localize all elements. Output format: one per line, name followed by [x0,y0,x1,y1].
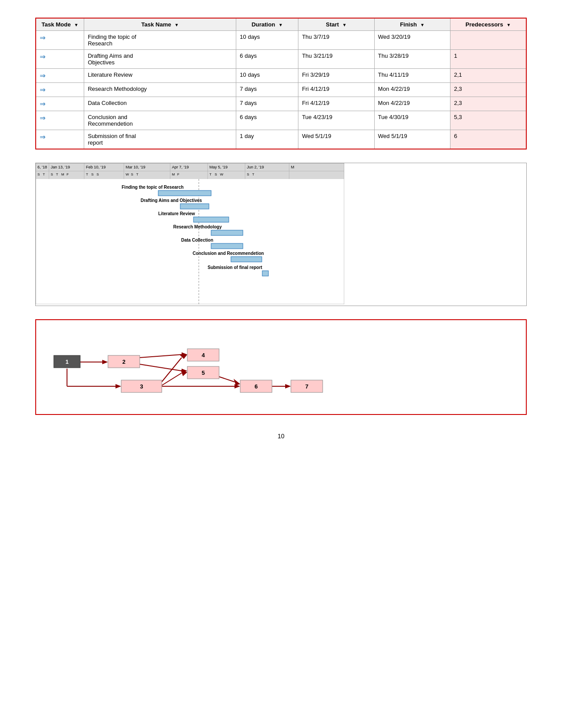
task-finish-cell: Tue 4/30/19 [374,111,450,130]
svg-text:Submission of final report: Submission of final report [208,265,263,270]
svg-text:S: S [37,172,40,176]
task-start-cell: Fri 4/12/19 [298,83,374,97]
task-duration-cell: 6 days [236,111,298,130]
task-predecessors-cell [450,31,527,50]
task-name-cell: Data Collection [84,97,236,111]
network-svg: 1 2 3 4 5 6 7 [45,329,362,404]
task-mode-icon: ⇒ [40,133,45,141]
svg-rect-48 [231,257,262,262]
th-predecessors: Predecessors ▼ [450,18,527,31]
task-finish-cell: Thu 3/28/19 [374,50,450,69]
svg-text:T: T [43,172,45,176]
svg-text:S: S [51,172,53,176]
task-predecessors-cell: 1 [450,50,527,69]
table-row: ⇒Finding the topic of Research10 daysThu… [36,31,526,50]
svg-rect-38 [158,190,211,196]
task-predecessors-cell: 2,3 [450,97,527,111]
task-finish-cell: Wed 3/20/19 [374,31,450,50]
svg-marker-53 [102,360,108,364]
task-duration-cell: 10 days [236,31,298,50]
table-row: ⇒Submission of final report1 dayWed 5/1/… [36,130,526,149]
svg-text:Research Methodology: Research Methodology [173,224,222,229]
svg-text:T: T [136,172,138,176]
task-name-cell: Research Methodology [84,83,236,97]
svg-text:Conclusion and Recommendetion: Conclusion and Recommendetion [193,251,264,256]
th-start: Start ▼ [298,18,374,31]
table-row: ⇒Literature Review10 daysFri 3/29/19Thu … [36,69,526,83]
task-duration-cell: 10 days [236,69,298,83]
svg-text:4: 4 [201,352,205,358]
svg-rect-42 [194,217,229,222]
task-start-cell: Fri 3/29/19 [298,69,374,83]
svg-text:Jun 2, '19: Jun 2, '19 [247,165,264,169]
table-row: ⇒Drafting Aims and Objectives6 daysThu 3… [36,50,526,69]
svg-text:7: 7 [305,383,308,390]
task-start-cell: Thu 3/21/19 [298,50,374,69]
svg-text:May 5, '19: May 5, '19 [209,165,227,169]
task-name-cell: Submission of final report [84,130,236,149]
svg-text:F: F [67,172,69,176]
task-predecessors-cell: 6 [450,130,527,149]
task-name-cell: Finding the topic of Research [84,31,236,50]
task-duration-cell: 7 days [236,97,298,111]
name-dropdown-arrow[interactable]: ▼ [175,22,179,27]
task-start-cell: Tue 4/23/19 [298,111,374,130]
th-duration: Duration ▼ [236,18,298,31]
svg-text:2: 2 [122,358,125,365]
svg-text:T: T [86,172,88,176]
svg-text:S: S [247,172,249,176]
svg-marker-70 [115,384,121,388]
svg-text:M: M [172,172,175,176]
table-row: ⇒Data Collection7 daysFri 4/12/19Mon 4/2… [36,97,526,111]
svg-rect-44 [211,230,243,235]
svg-text:T: T [209,172,212,176]
svg-text:M: M [291,165,294,169]
task-table: Task Mode ▼ Task Name ▼ Duration ▼ Start… [35,18,527,149]
svg-text:T: T [252,172,254,176]
th-name: Task Name ▼ [84,18,236,31]
finish-dropdown-arrow[interactable]: ▼ [420,22,424,27]
mode-dropdown-arrow[interactable]: ▼ [74,22,78,27]
task-name-cell: Conclusion and Recommendetion [84,111,236,130]
svg-text:5: 5 [201,370,205,376]
svg-line-58 [162,358,182,382]
svg-rect-40 [180,204,209,209]
task-start-cell: Wed 5/1/19 [298,130,374,149]
svg-text:M: M [61,172,64,176]
th-mode: Task Mode ▼ [36,18,84,31]
svg-text:S: S [215,172,217,176]
task-mode-icon: ⇒ [40,53,45,60]
svg-text:W: W [126,172,129,176]
start-dropdown-arrow[interactable]: ▼ [342,22,347,27]
task-name-cell: Drafting Aims and Objectives [84,50,236,69]
task-table-section: Task Mode ▼ Task Name ▼ Duration ▼ Start… [35,18,527,149]
task-mode-cell: ⇒ [36,130,84,149]
svg-text:S: S [91,172,93,176]
task-duration-cell: 1 day [236,130,298,149]
pred-dropdown-arrow[interactable]: ▼ [506,22,511,27]
svg-line-60 [162,373,182,385]
svg-text:S: S [131,172,133,176]
task-mode-cell: ⇒ [36,111,84,130]
svg-rect-46 [211,243,243,249]
duration-dropdown-arrow[interactable]: ▼ [279,22,283,27]
svg-line-54 [140,355,182,358]
task-mode-cell: ⇒ [36,97,84,111]
svg-rect-51 [36,163,344,304]
task-finish-cell: Mon 4/22/19 [374,97,450,111]
gantt-chart-section: 6, '18 Jan 13, '19 Feb 10, '19 Mar 10, '… [35,163,527,306]
task-predecessors-cell: 2,1 [450,69,527,83]
task-start-cell: Fri 4/12/19 [298,97,374,111]
svg-text:W: W [220,172,223,176]
task-mode-icon: ⇒ [40,86,45,93]
task-finish-cell: Wed 5/1/19 [374,130,450,149]
task-start-cell: Thu 3/7/19 [298,31,374,50]
task-finish-cell: Mon 4/22/19 [374,83,450,97]
svg-rect-50 [262,271,268,276]
svg-text:F: F [177,172,179,176]
task-name-cell: Literature Review [84,69,236,83]
task-mode-cell: ⇒ [36,69,84,83]
task-duration-cell: 6 days [236,50,298,69]
svg-marker-67 [285,384,291,388]
svg-text:1: 1 [65,358,68,365]
